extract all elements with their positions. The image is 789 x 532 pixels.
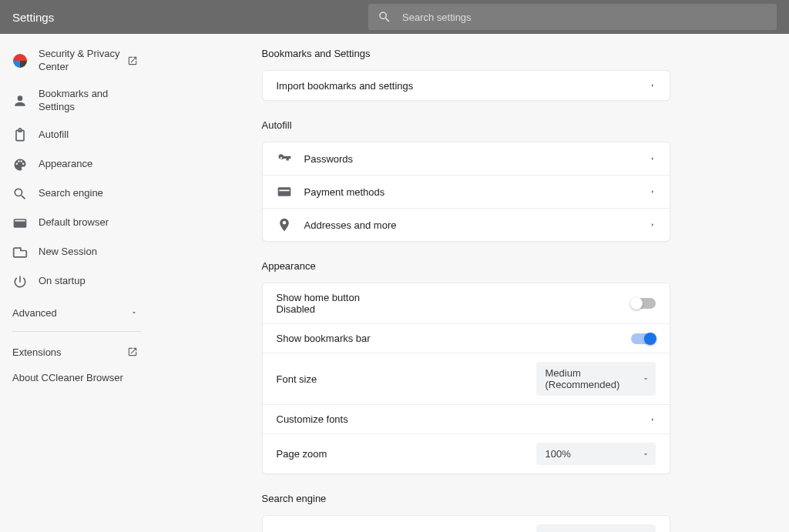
sidebar-divider (12, 331, 141, 332)
search-icon (378, 10, 391, 24)
sidebar-item-extensions[interactable]: Extensions (0, 340, 150, 365)
key-icon (277, 151, 292, 166)
browser-icon (12, 216, 28, 231)
app-header: Settings (0, 0, 789, 34)
search-engine-used-row: Search engine used in the address bar Go… (263, 516, 670, 532)
chevron-right-icon (650, 187, 656, 196)
advanced-toggle[interactable]: Advanced (0, 296, 150, 326)
power-icon (12, 274, 28, 289)
sidebar-item-about[interactable]: About CCleaner Browser (0, 365, 150, 390)
show-home-button-row: Show home button Disabled (263, 283, 670, 323)
external-link-icon (127, 55, 138, 66)
sidebar-item-security-privacy[interactable]: Security & Privacy Center (0, 41, 150, 81)
svg-point-0 (280, 157, 281, 159)
chevron-right-icon (650, 415, 656, 424)
autofill-payment-row[interactable]: Payment methods (263, 175, 670, 208)
tab-icon (12, 245, 28, 260)
sidebar-item-on-startup[interactable]: On startup (0, 267, 150, 296)
show-home-button-toggle[interactable] (631, 298, 656, 309)
section-title-appearance: Appearance (262, 260, 670, 272)
external-link-icon (127, 346, 138, 357)
sidebar-item-default-browser[interactable]: Default browser (0, 209, 150, 238)
autofill-addresses-row[interactable]: Addresses and more (263, 208, 670, 241)
sidebar-item-autofill[interactable]: Autofill (0, 121, 150, 150)
sidebar-item-new-session[interactable]: New Session (0, 238, 150, 267)
main-content: Bookmarks and Settings Import bookmarks … (150, 34, 789, 532)
search-icon (12, 186, 28, 202)
section-search-engine: Search engine Search engine used in the … (262, 493, 670, 532)
section-title-bookmarks: Bookmarks and Settings (262, 48, 670, 59)
customize-fonts-row[interactable]: Customize fonts (263, 404, 670, 433)
search-input[interactable] (402, 12, 767, 23)
clipboard-icon (12, 128, 28, 143)
chevron-down-icon (130, 309, 138, 316)
palette-icon (12, 157, 28, 172)
font-size-dropdown[interactable]: Medium (Recommended) (536, 362, 656, 396)
location-icon (277, 217, 292, 233)
page-zoom-row: Page zoom 100% (263, 433, 670, 473)
autofill-passwords-row[interactable]: Passwords (263, 142, 670, 175)
section-autofill: Autofill Passwords Payment methods (262, 119, 670, 242)
page-title: Settings (12, 11, 368, 24)
chevron-right-icon (650, 154, 656, 163)
section-bookmarks: Bookmarks and Settings Import bookmarks … (262, 48, 670, 101)
chevron-right-icon (650, 220, 656, 229)
font-size-row: Font size Medium (Recommended) (263, 353, 670, 404)
sidebar-item-bookmarks-settings[interactable]: Bookmarks and Settings (0, 81, 150, 121)
search-engine-dropdown[interactable]: Google (536, 524, 656, 532)
sidebar-item-appearance[interactable]: Appearance (0, 150, 150, 179)
show-bookmarks-bar-row: Show bookmarks bar (263, 323, 670, 353)
page-zoom-dropdown[interactable]: 100% (536, 443, 656, 465)
section-appearance: Appearance Show home button Disabled Sho… (262, 260, 670, 474)
ccleaner-icon (12, 53, 28, 69)
sidebar: Security & Privacy Center Bookmarks and … (0, 34, 150, 532)
search-box[interactable] (368, 4, 777, 30)
section-title-search-engine: Search engine (262, 493, 670, 504)
sidebar-item-search-engine[interactable]: Search engine (0, 179, 150, 209)
chevron-right-icon (650, 81, 656, 90)
import-bookmarks-row[interactable]: Import bookmarks and settings (263, 71, 670, 100)
credit-card-icon (277, 184, 292, 199)
person-icon (12, 93, 28, 109)
show-bookmarks-bar-toggle[interactable] (631, 333, 656, 344)
section-title-autofill: Autofill (262, 119, 670, 131)
